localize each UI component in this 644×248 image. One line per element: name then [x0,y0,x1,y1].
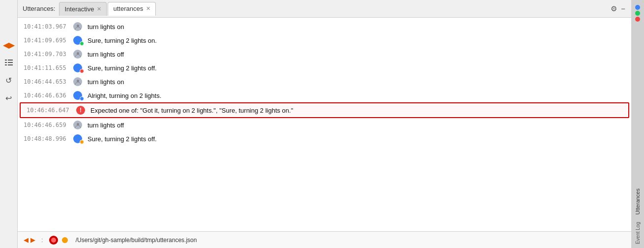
bottom-play-controls: ◀ ▶ [24,236,35,244]
svg-rect-1 [8,60,13,61]
error-icon: ! [76,106,85,115]
timestamp: 10:41:09.703 [24,51,68,58]
right-sidebar: Utterances Event Log [631,0,644,248]
bot-avatar-icon [73,63,82,72]
table-row: 10:48:48.996 Sure, turning 2 lights off. [18,132,631,146]
undo-icon[interactable]: ↩ [3,93,14,103]
table-row: 10:41:09.703 turn lights off [18,47,631,61]
timestamp: 10:41:03.967 [24,23,68,30]
table-row: 10:46:46.659 turn lights off [18,118,631,132]
svg-point-9 [77,123,79,125]
tab-interactive-label: Interactive [64,5,94,13]
avatar [71,90,85,101]
table-row: 10:41:09.695 Sure, turning 2 lights on. [18,33,631,47]
avatar [71,35,85,46]
timestamp: 10:46:46.659 [24,122,68,128]
red-dot-icon [635,17,640,22]
utterance-text: Alright, turning on 2 lights. [88,92,161,99]
timestamp: 10:46:44.653 [24,78,68,85]
content-area: 10:41:03.967 turn lights on 10:41:09.695 [18,18,631,231]
utterance-text: turn lights on [88,23,124,31]
play-button[interactable]: ◀▶ [3,39,14,50]
avatar [71,21,85,32]
tab-utterances-label: utterances [113,5,143,12]
gear-icon[interactable]: ⚙ [611,4,617,13]
tab-bar-actions: ⚙ − [611,4,631,13]
user-avatar-icon [73,50,82,59]
list-icon[interactable] [3,57,14,68]
bot-avatar-icon [73,36,82,45]
avatar [71,133,85,144]
utterance-text: turn lights off [88,51,124,58]
event-log-label[interactable]: Event Log [635,222,641,244]
svg-rect-3 [8,62,13,63]
avatar [71,76,85,87]
user-avatar-icon [73,22,82,31]
utterance-text: turn lights on [88,78,124,86]
play-left-icon[interactable]: ◀ [24,236,29,244]
separator: : [41,236,43,244]
svg-point-8 [77,80,79,82]
timestamp: 10:41:11.655 [24,64,68,71]
tab-interactive[interactable]: Interactive ✕ [59,2,107,16]
table-row: 10:46:44.653 turn lights on [18,75,631,89]
orange-status-dot [62,237,68,243]
bottom-bar: ◀ ▶ : /Users/git/gh-sample/build/tmp/utt… [18,231,631,248]
right-sidebar-utterances-label[interactable]: Utterances [635,185,641,218]
right-top-icons [635,0,640,22]
avatar [71,120,85,130]
user-avatar-icon [73,77,82,86]
timestamp: 10:46:46.636 [24,92,68,99]
file-path: /Users/git/gh-sample/build/tmp/utterance… [76,237,197,244]
green-dot-icon [635,11,640,16]
utterance-text: Sure, turning 2 lights off. [88,135,157,143]
tab-interactive-close[interactable]: ✕ [97,6,101,12]
utterance-text: turn lights off [88,122,124,129]
stop-icon [49,236,58,245]
utterance-text: Sure, turning 2 lights on. [88,37,157,44]
bot-avatar-icon [73,134,82,143]
utterances-label: Utterances: [23,5,55,12]
svg-rect-0 [5,60,7,61]
utterance-text: Expected one of: "Got it, turning on 2 l… [90,107,293,114]
svg-rect-2 [5,62,7,63]
timestamp: 10:48:48.996 [24,135,68,142]
timestamp: 10:41:09.695 [24,37,68,44]
left-sidebar: ◀▶ ↺ ↩ [0,0,18,248]
user-avatar-icon [73,121,82,129]
svg-point-7 [77,52,79,55]
refresh-icon[interactable]: ↺ [3,75,14,86]
utterance-text: Sure, turning 2 lights off. [88,64,157,72]
play-right-icon[interactable]: ▶ [30,236,35,244]
svg-rect-5 [8,64,13,65]
bot-avatar-icon [73,91,82,100]
blue-dot-icon [635,5,640,10]
table-row: 10:41:03.967 turn lights on [18,20,631,33]
main-area: Utterances: Interactive ✕ utterances ✕ ⚙… [18,0,631,248]
tab-utterances[interactable]: utterances ✕ [108,2,156,16]
avatar [71,62,85,73]
avatar: ! [74,105,88,116]
svg-rect-4 [5,64,7,65]
svg-point-6 [77,25,79,27]
minus-icon[interactable]: − [621,4,625,13]
tab-bar: Utterances: Interactive ✕ utterances ✕ ⚙… [18,0,631,18]
avatar [71,49,85,60]
error-row: 10:46:46.647 ! Expected one of: "Got it,… [20,102,629,118]
table-row: 10:41:11.655 Sure, turning 2 lights off. [18,61,631,75]
tab-utterances-close[interactable]: ✕ [146,5,150,12]
timestamp: 10:46:46.647 [27,107,71,114]
table-row: 10:46:46.636 Alright, turning on 2 light… [18,89,631,102]
